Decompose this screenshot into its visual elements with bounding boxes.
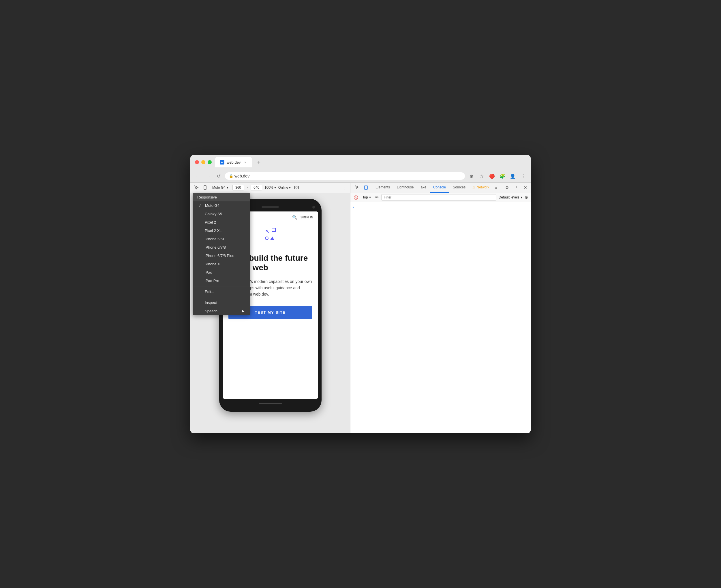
maximize-button[interactable]: [208, 160, 212, 164]
devtools-tab-actions: ⚙ ⋮ ✕: [503, 183, 529, 193]
zoom-selector[interactable]: 100% ▾: [264, 186, 276, 190]
shapes-container: ↖: [265, 228, 276, 240]
capture-screenshot[interactable]: [293, 184, 300, 191]
arrow-icon: ↖: [265, 228, 270, 235]
extension-icon[interactable]: 🔴: [488, 172, 496, 180]
device-option-iphone-678-plus[interactable]: iPhone 6/7/8 Plus: [193, 252, 250, 260]
console-context-selector[interactable]: top ▾: [361, 195, 373, 200]
tab-sources[interactable]: Sources: [449, 183, 469, 193]
svg-point-1: [205, 189, 205, 189]
device-option-iphone-678[interactable]: iPhone 6/7/8: [193, 243, 250, 252]
console-settings-button[interactable]: ⚙: [525, 195, 528, 200]
device-option-galaxy-s5[interactable]: Galaxy S5: [193, 210, 250, 218]
console-clear-button[interactable]: 🚫: [353, 194, 359, 201]
phone-bottom: [223, 399, 318, 406]
tab-bar: W web.dev × +: [215, 157, 526, 167]
traffic-lights: [195, 160, 212, 164]
network-throttle-selector[interactable]: Online ▾: [278, 186, 291, 190]
dropdown-inspect[interactable]: Inspect: [193, 298, 250, 307]
shapes-row-2: [265, 236, 276, 240]
close-button[interactable]: [195, 160, 199, 164]
device-toolbar: Moto G4 ▾ 360 × 640 100% ▾ Online ▾: [191, 183, 350, 193]
circle-shape: [265, 236, 268, 240]
device-toggle[interactable]: [202, 184, 208, 191]
tab-network[interactable]: ⚠ Network: [469, 183, 493, 193]
minimize-button[interactable]: [201, 160, 205, 164]
browser-content-area: Moto G4 ▾ 360 × 640 100% ▾ Online ▾: [191, 183, 530, 433]
phone-speaker: [262, 206, 279, 208]
device-option-iphone-5-se[interactable]: iPhone 5/SE: [193, 235, 250, 243]
dropdown-edit[interactable]: Edit...: [193, 288, 250, 296]
menu-icon[interactable]: ⋮: [519, 172, 527, 180]
device-selector[interactable]: Moto G4 ▾: [211, 185, 230, 190]
account-icon[interactable]: 👤: [509, 172, 517, 180]
tab-close-icon[interactable]: ×: [243, 160, 247, 165]
dropdown-separator-2: [193, 297, 250, 297]
tab-elements[interactable]: Elements: [372, 183, 393, 193]
site-nav-actions: 🔍 SIGN IN: [292, 215, 313, 219]
svg-rect-2: [295, 186, 299, 189]
device-name: Moto G4: [212, 186, 225, 190]
devtools-viewport-controls: [352, 183, 372, 193]
width-input[interactable]: 360: [233, 185, 244, 190]
device-option-moto-g4[interactable]: Moto G4: [193, 202, 250, 210]
address-bar: ← → ↺ 🔒 web.dev ⊕ ☆ 🔴 🧩 👤 ⋮: [191, 170, 530, 183]
dropdown-header: Responsive: [193, 193, 250, 202]
device-option-iphone-x[interactable]: iPhone X: [193, 260, 250, 268]
inspect-element-icon[interactable]: [353, 184, 361, 192]
search-icon[interactable]: 🔍: [292, 215, 297, 219]
sign-in-button[interactable]: SIGN IN: [301, 215, 313, 219]
url-text: web.dev: [235, 174, 249, 178]
device-dropdown-arrow: ▾: [227, 186, 228, 190]
forward-button[interactable]: →: [204, 172, 212, 180]
devtools-settings-button[interactable]: ⚙: [503, 184, 511, 192]
home-indicator: [259, 403, 282, 404]
context-label: top: [363, 195, 368, 200]
title-bar: W web.dev × +: [191, 155, 530, 170]
tab-label: web.dev: [227, 160, 241, 165]
device-toolbar-more[interactable]: ⋮: [343, 185, 347, 190]
browser-window: W web.dev × + ← → ↺ 🔒 web.dev ⊕ ☆ 🔴 🧩 👤 …: [191, 155, 530, 433]
device-option-pixel-2[interactable]: Pixel 2: [193, 218, 250, 227]
inspect-toggle[interactable]: [193, 184, 200, 191]
console-eye-icon[interactable]: 👁: [375, 195, 379, 200]
device-option-ipad-pro[interactable]: iPad Pro: [193, 277, 250, 285]
devtools-more-button[interactable]: ⋮: [512, 184, 520, 192]
address-url[interactable]: 🔒 web.dev: [225, 172, 465, 180]
tab-console[interactable]: Console: [430, 183, 449, 193]
zoom-arrow: ▾: [274, 186, 276, 190]
browser-viewport: Moto G4 ▾ 360 × 640 100% ▾ Online ▾: [191, 183, 350, 433]
device-emulation-icon[interactable]: [362, 184, 370, 192]
new-tab-button[interactable]: +: [254, 158, 263, 167]
devtools-more-tabs[interactable]: »: [493, 183, 500, 193]
device-option-pixel-2-xl[interactable]: Pixel 2 XL: [193, 227, 250, 235]
zoom-value: 100%: [264, 186, 274, 190]
levels-label: Default levels: [499, 195, 519, 200]
svg-point-3: [296, 187, 297, 188]
console-prompt-chevron[interactable]: ›: [353, 205, 354, 209]
back-button[interactable]: ←: [194, 172, 202, 180]
tab-axe[interactable]: axe: [417, 183, 430, 193]
puzzle-icon[interactable]: 🧩: [498, 172, 506, 180]
device-option-ipad[interactable]: iPad: [193, 268, 250, 277]
phone-sensor: [312, 206, 315, 209]
dropdown-speech[interactable]: Speech: [193, 307, 250, 315]
context-arrow: ▾: [369, 195, 371, 200]
device-dropdown-menu: Responsive Moto G4 Galaxy S5 Pixel 2 Pix…: [193, 193, 250, 315]
bookmark-icon[interactable]: ☆: [478, 172, 486, 180]
refresh-button[interactable]: ↺: [215, 172, 223, 180]
address-actions: ⊕ ☆ 🔴 🧩 👤 ⋮: [467, 172, 527, 180]
browser-tab[interactable]: W web.dev ×: [215, 157, 252, 167]
tab-favicon: W: [220, 160, 224, 165]
cast-icon[interactable]: ⊕: [467, 172, 475, 180]
network-value: Online: [278, 186, 288, 190]
tab-lighthouse[interactable]: Lighthouse: [393, 183, 417, 193]
square-shape: [272, 228, 276, 232]
lock-icon: 🔒: [229, 174, 233, 178]
console-filter-input[interactable]: [381, 194, 496, 201]
height-input[interactable]: 640: [251, 185, 262, 190]
console-levels-selector[interactable]: Default levels ▾: [499, 195, 522, 200]
network-arrow: ▾: [289, 186, 291, 190]
devtools-close-button[interactable]: ✕: [521, 184, 529, 192]
devtools-tabs: Elements Lighthouse axe Console Sources …: [351, 183, 530, 193]
